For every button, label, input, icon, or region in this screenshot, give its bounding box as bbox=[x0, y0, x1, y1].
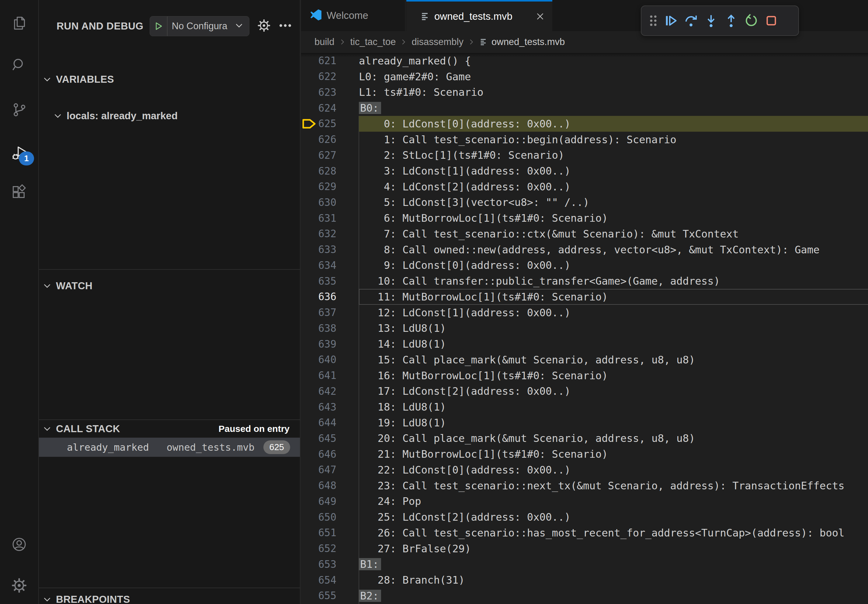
step-out-button[interactable] bbox=[721, 9, 741, 33]
code-line[interactable]: 630 5: LdConst[3](vector<u8>: "" /..) bbox=[301, 195, 868, 211]
code-line[interactable]: 623L1: ts#1#0: Scenario bbox=[301, 84, 868, 100]
code-line-text: 21: MutBorrowLoc[1](ts#1#0: Scenario) bbox=[359, 448, 608, 460]
code-line[interactable]: 636 11: MutBorrowLoc[1](ts#1#0: Scenario… bbox=[301, 289, 868, 305]
step-over-button[interactable] bbox=[681, 9, 701, 33]
code-line[interactable]: 654 28: Branch(31) bbox=[301, 572, 868, 588]
code-line[interactable]: 624B0: bbox=[301, 100, 868, 116]
line-number: 643 bbox=[317, 401, 336, 413]
debug-config-dropdown[interactable]: No Configura bbox=[150, 16, 250, 36]
line-number: 633 bbox=[317, 244, 336, 256]
line-number: 655 bbox=[317, 590, 336, 602]
code-line-text: B1: bbox=[359, 558, 381, 570]
code-line[interactable]: 640 15: Call place_mark(&mut Scenario, a… bbox=[301, 352, 868, 368]
code-line-text: 28: Branch(31) bbox=[359, 574, 465, 586]
code-line[interactable]: 634 9: LdConst[0](address: 0x00..) bbox=[301, 258, 868, 273]
watch-section-header[interactable]: WATCH bbox=[39, 277, 300, 294]
code-line-text: 26: Call test_scenario::has_most_recent_… bbox=[359, 527, 845, 539]
code-line[interactable]: 627 2: StLoc[1](ts#1#0: Scenario) bbox=[301, 147, 868, 163]
list-file-icon bbox=[479, 38, 488, 46]
debug-session-badge: 1 bbox=[19, 152, 34, 166]
source-control-icon[interactable] bbox=[11, 102, 27, 118]
code-line[interactable]: 644 19: LdU8(1) bbox=[301, 415, 868, 431]
tab-owned-tests-label: owned_tests.mvb bbox=[434, 11, 513, 22]
code-line[interactable]: 632 7: Call test_scenario::ctx(&mut Scen… bbox=[301, 226, 868, 242]
current-instruction-arrow-icon bbox=[301, 118, 317, 130]
line-number: 623 bbox=[317, 87, 336, 98]
block-label-highlight: B1: bbox=[359, 558, 381, 570]
breakpoints-section-header[interactable]: BREAKPOINTS bbox=[39, 592, 300, 604]
code-line[interactable]: 643 18: LdU8(1) bbox=[301, 399, 868, 415]
editor-area: Welcome owned_tests.mvb bbox=[301, 0, 868, 604]
code-line[interactable]: 633 8: Call owned::new(address, address,… bbox=[301, 242, 868, 258]
code-line-text: 24: Pop bbox=[359, 495, 421, 507]
code-line[interactable]: 628 3: LdConst[1](address: 0x00..) bbox=[301, 163, 868, 179]
call-stack-frame-row[interactable]: already_marked owned_tests.mvb 625 bbox=[39, 438, 300, 457]
call-stack-section-label: CALL STACK bbox=[56, 423, 120, 435]
line-number: 639 bbox=[317, 338, 336, 350]
code-line[interactable]: 645 20: Call place_mark(&mut Scenario, a… bbox=[301, 431, 868, 446]
frame-file-name: owned_tests.mvb bbox=[167, 441, 254, 453]
code-line[interactable]: 641 16: MutBorrowLoc[1](ts#1#0: Scenario… bbox=[301, 368, 868, 384]
code-line-text: 9: LdConst[0](address: 0x00..) bbox=[359, 259, 570, 271]
line-number: 641 bbox=[317, 370, 336, 381]
code-line[interactable]: 651 26: Call test_scenario::has_most_rec… bbox=[301, 525, 868, 541]
account-icon[interactable] bbox=[11, 536, 27, 552]
run-and-debug-sidebar: RUN AND DEBUG No Configura bbox=[39, 0, 301, 604]
breadcrumb-item[interactable]: build bbox=[315, 37, 335, 48]
code-line[interactable]: 629 4: LdConst[2](address: 0x00..) bbox=[301, 179, 868, 195]
variables-section-label: VARIABLES bbox=[56, 74, 114, 85]
call-stack-section-header[interactable]: CALL STACK Paused on entry bbox=[39, 421, 300, 437]
code-line[interactable]: 635 10: Call transfer::public_transfer<G… bbox=[301, 273, 868, 289]
code-line[interactable]: 639 14: LdU8(1) bbox=[301, 336, 868, 352]
code-line[interactable]: 638 13: LdU8(1) bbox=[301, 320, 868, 336]
breadcrumb-item[interactable]: disassembly bbox=[411, 37, 463, 48]
line-number: 625 bbox=[317, 118, 336, 130]
explorer-icon[interactable] bbox=[11, 15, 27, 31]
breadcrumb-item-file[interactable]: owned_tests.mvb bbox=[491, 37, 565, 48]
stop-button[interactable] bbox=[761, 9, 781, 33]
line-number: 629 bbox=[317, 181, 336, 192]
code-line-text: 7: Call test_scenario::ctx(&mut Scenario… bbox=[359, 228, 739, 240]
code-line[interactable]: 637 12: LdConst[1](address: 0x00..) bbox=[301, 305, 868, 321]
start-debug-icon[interactable] bbox=[150, 16, 167, 36]
code-line[interactable]: 621already_marked() { bbox=[301, 53, 868, 69]
code-line-text: 16: MutBorrowLoc[1](ts#1#0: Scenario) bbox=[359, 370, 608, 382]
code-line[interactable]: 646 21: MutBorrowLoc[1](ts#1#0: Scenario… bbox=[301, 446, 868, 462]
code-line[interactable]: 626 1: Call test_scenario::begin(address… bbox=[301, 132, 868, 147]
locals-scope-row[interactable]: locals: already_marked bbox=[39, 107, 300, 125]
code-line[interactable]: 631 6: MutBorrowLoc[1](ts#1#0: Scenario) bbox=[301, 210, 868, 226]
code-line[interactable]: 653B1: bbox=[301, 556, 868, 572]
code-line[interactable]: 649 24: Pop bbox=[301, 494, 868, 510]
toolbar-drag-handle[interactable] bbox=[646, 9, 661, 33]
step-into-button[interactable] bbox=[701, 9, 721, 33]
code-line[interactable]: 625 0: LdConst[0](address: 0x00..) bbox=[301, 116, 868, 132]
code-line-text: 27: BrFalse(29) bbox=[359, 542, 471, 555]
restart-button[interactable] bbox=[741, 9, 761, 33]
variables-section-header[interactable]: VARIABLES bbox=[39, 71, 300, 88]
tab-owned-tests[interactable]: owned_tests.mvb bbox=[406, 0, 552, 31]
settings-gear-icon[interactable] bbox=[11, 578, 27, 593]
search-icon[interactable] bbox=[11, 57, 27, 73]
tab-welcome[interactable]: Welcome bbox=[301, 0, 406, 31]
breadcrumb-item[interactable]: tic_tac_toe bbox=[350, 37, 396, 48]
chevron-right-icon bbox=[400, 38, 407, 46]
debug-config-label: No Configura bbox=[167, 21, 234, 32]
more-actions-icon[interactable] bbox=[279, 19, 292, 34]
code-line[interactable]: 652 27: BrFalse(29) bbox=[301, 541, 868, 556]
list-file-icon bbox=[420, 12, 430, 21]
code-line[interactable]: 642 17: LdConst[2](address: 0x00..) bbox=[301, 383, 868, 399]
continue-button[interactable] bbox=[661, 9, 681, 33]
code-editor[interactable]: 621already_marked() {622L0: game#2#0: Ga… bbox=[301, 53, 868, 604]
debug-settings-gear-icon[interactable] bbox=[257, 19, 271, 34]
code-line[interactable]: 648 23: Call test_scenario::next_tx(&mut… bbox=[301, 478, 868, 494]
code-line-text: 17: LdConst[2](address: 0x00..) bbox=[359, 385, 570, 397]
close-tab-icon[interactable] bbox=[535, 12, 545, 21]
code-line[interactable]: 622L0: game#2#0: Game bbox=[301, 69, 868, 85]
extensions-icon[interactable] bbox=[11, 184, 27, 200]
code-line-text: 13: LdU8(1) bbox=[359, 322, 446, 334]
code-line[interactable]: 647 22: LdConst[0](address: 0x00..) bbox=[301, 462, 868, 478]
line-number: 636 bbox=[317, 291, 336, 303]
code-line[interactable]: 655B2: bbox=[301, 588, 868, 604]
code-line[interactable]: 650 25: LdConst[2](address: 0x00..) bbox=[301, 509, 868, 525]
line-number: 649 bbox=[317, 496, 336, 507]
